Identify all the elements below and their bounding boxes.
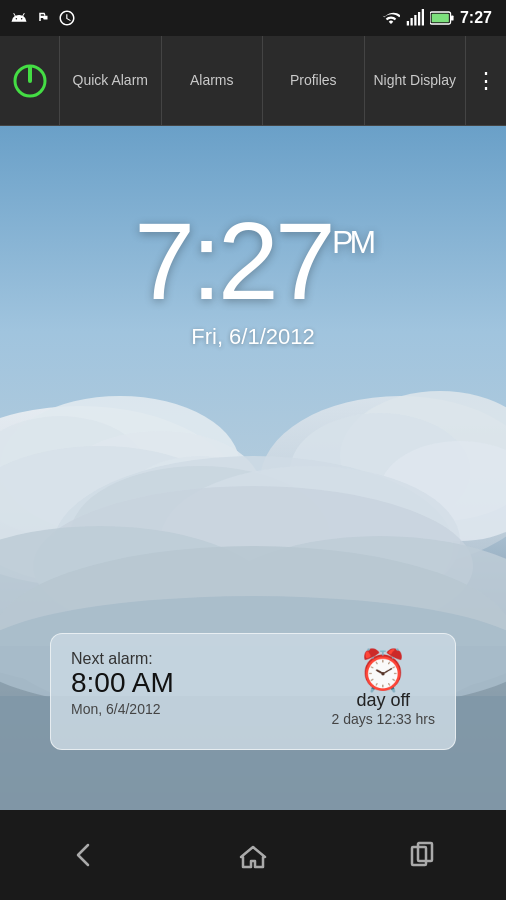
back-button[interactable] [54,825,114,885]
alarm-card-right: ⏰ day off 2 days 12:33 hrs [331,650,435,727]
tab-quick-alarm[interactable]: Quick Alarm [60,36,162,125]
nav-bar: Quick Alarm Alarms Profiles Night Displa… [0,36,506,126]
nav-tabs: Quick Alarm Alarms Profiles Night Displa… [60,36,466,125]
tab-profiles[interactable]: Profiles [263,36,365,125]
home-icon [235,837,271,873]
more-icon: ⋮ [475,68,497,94]
svg-rect-0 [407,21,409,26]
power-button[interactable] [0,36,60,126]
alarm-time: 8:00 AM [71,668,174,699]
svg-rect-1 [410,18,412,26]
time-ampm: PM [332,226,372,258]
main-content: 7:27PM Fri, 6/1/2012 Next alarm: 8:00 AM… [0,126,506,810]
status-icons-right: 7:27 [382,9,496,27]
alarm-emoji: ⏰ [358,648,408,692]
svg-rect-7 [432,14,449,23]
clock-time: 7:27PM [0,206,506,316]
alarm-card-top-row: Next alarm: 8:00 AM Mon, 6/4/2012 ⏰ day … [71,650,435,727]
android-icon [10,9,28,27]
alarm-status-icon [58,9,76,27]
alarm-card-left: Next alarm: 8:00 AM Mon, 6/4/2012 [71,650,174,717]
tab-night-display[interactable]: Night Display [365,36,467,125]
home-button[interactable] [223,825,283,885]
usb-icon [34,9,52,27]
more-button[interactable]: ⋮ [466,36,506,126]
status-icons-left [10,9,76,27]
svg-rect-6 [451,15,454,20]
wifi-icon [382,9,400,27]
status-time: 7:27 [460,9,492,27]
bottom-nav [0,810,506,900]
battery-icon [430,9,454,27]
alarm-countdown: 2 days 12:33 hrs [331,711,435,727]
alarm-date: Mon, 6/4/2012 [71,701,174,717]
time-value: 7:27 [134,199,332,322]
back-icon [66,837,102,873]
tab-alarms[interactable]: Alarms [162,36,264,125]
svg-rect-3 [418,12,420,26]
signal-icon [406,9,424,27]
alarm-next-label: Next alarm: [71,650,174,668]
recent-icon [404,837,440,873]
recent-button[interactable] [392,825,452,885]
svg-rect-4 [422,9,424,26]
status-bar: 7:27 [0,0,506,36]
power-icon [12,63,48,99]
alarm-card[interactable]: Next alarm: 8:00 AM Mon, 6/4/2012 ⏰ day … [50,633,456,750]
clock-display: 7:27PM Fri, 6/1/2012 [0,206,506,350]
alarm-name: day off [331,690,435,711]
clock-date: Fri, 6/1/2012 [0,324,506,350]
svg-rect-2 [414,15,416,26]
